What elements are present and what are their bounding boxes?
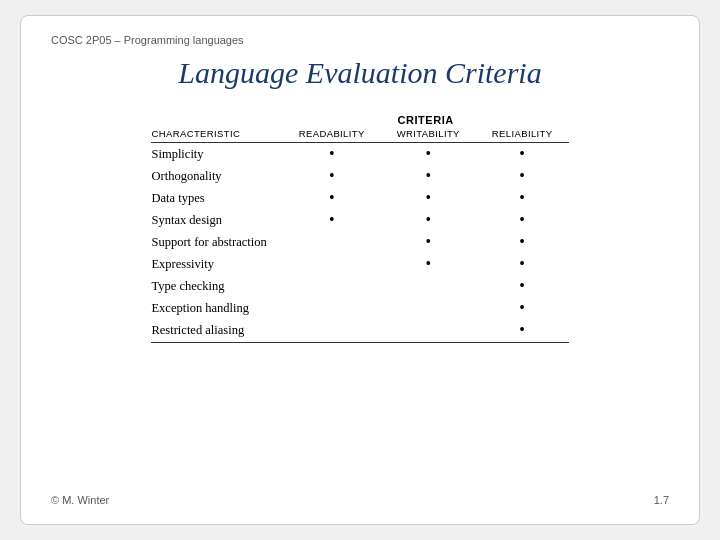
reliability-cell: • (476, 231, 569, 253)
characteristic-name: Expressivity (151, 253, 282, 275)
characteristic-header: Characteristic (151, 128, 282, 143)
page-number: 1.7 (654, 494, 669, 506)
writability-header: WRITABILITY (381, 128, 476, 143)
table-row: Type checking• (151, 275, 568, 297)
bullet-icon: • (329, 189, 335, 206)
bullet-icon: • (425, 167, 431, 184)
bullet-icon: • (519, 167, 525, 184)
reliability-cell: • (476, 275, 569, 297)
characteristic-name: Exception handling (151, 297, 282, 319)
writability-cell (381, 275, 476, 297)
bullet-icon: • (519, 189, 525, 206)
characteristic-name: Restricted aliasing (151, 319, 282, 342)
writability-cell: • (381, 209, 476, 231)
table-row: Data types••• (151, 187, 568, 209)
table-row: Orthogonality••• (151, 165, 568, 187)
reliability-cell: • (476, 187, 569, 209)
writability-cell: • (381, 231, 476, 253)
table-row: Exception handling• (151, 297, 568, 319)
bullet-icon: • (329, 145, 335, 162)
readability-cell: • (283, 209, 381, 231)
characteristic-name: Syntax design (151, 209, 282, 231)
readability-cell (283, 319, 381, 342)
bullet-icon: • (519, 145, 525, 162)
reliability-cell: • (476, 165, 569, 187)
bullet-icon: • (519, 277, 525, 294)
criteria-table: CRITERIA Characteristic READABILITY WRIT… (151, 112, 568, 343)
table-row: Expressivity•• (151, 253, 568, 275)
bullet-icon: • (519, 233, 525, 250)
readability-cell (283, 297, 381, 319)
reliability-cell: • (476, 319, 569, 342)
table-row: Restricted aliasing• (151, 319, 568, 342)
table-container: CRITERIA Characteristic READABILITY WRIT… (51, 112, 669, 484)
writability-cell (381, 297, 476, 319)
slide-title: Language Evaluation Criteria (51, 56, 669, 90)
table-row: Support for abstraction•• (151, 231, 568, 253)
characteristic-name: Data types (151, 187, 282, 209)
readability-cell: • (283, 187, 381, 209)
bullet-icon: • (425, 233, 431, 250)
writability-cell (381, 319, 476, 342)
readability-cell: • (283, 165, 381, 187)
empty-corner (151, 112, 282, 128)
characteristic-name: Simplicity (151, 143, 282, 166)
header-label: COSC 2P05 – Programming languages (51, 34, 244, 46)
bullet-icon: • (425, 189, 431, 206)
bullet-icon: • (519, 299, 525, 316)
writability-cell: • (381, 253, 476, 275)
characteristic-name: Orthogonality (151, 165, 282, 187)
reliability-cell: • (476, 143, 569, 166)
readability-cell: • (283, 143, 381, 166)
reliability-cell: • (476, 209, 569, 231)
bullet-icon: • (519, 211, 525, 228)
reliability-cell: • (476, 253, 569, 275)
sub-header-row: Characteristic READABILITY WRITABILITY R… (151, 128, 568, 143)
criteria-group-label: CRITERIA (283, 112, 569, 128)
writability-cell: • (381, 165, 476, 187)
characteristic-name: Type checking (151, 275, 282, 297)
writability-cell: • (381, 143, 476, 166)
copyright: © M. Winter (51, 494, 109, 506)
writability-cell: • (381, 187, 476, 209)
bullet-icon: • (425, 255, 431, 272)
bullet-icon: • (425, 145, 431, 162)
slide-header: COSC 2P05 – Programming languages (51, 34, 669, 46)
characteristic-name: Support for abstraction (151, 231, 282, 253)
reliability-header: RELIABILITY (476, 128, 569, 143)
slide-footer: © M. Winter 1.7 (51, 494, 669, 506)
readability-cell (283, 275, 381, 297)
bullet-icon: • (329, 167, 335, 184)
slide: COSC 2P05 – Programming languages Langua… (20, 15, 700, 525)
bullet-icon: • (519, 255, 525, 272)
bullet-icon: • (329, 211, 335, 228)
bullet-icon: • (425, 211, 431, 228)
criteria-group-row: CRITERIA (151, 112, 568, 128)
readability-cell (283, 231, 381, 253)
table-row: Syntax design••• (151, 209, 568, 231)
readability-cell (283, 253, 381, 275)
reliability-cell: • (476, 297, 569, 319)
bullet-icon: • (519, 321, 525, 338)
table-row: Simplicity••• (151, 143, 568, 166)
readability-header: READABILITY (283, 128, 381, 143)
